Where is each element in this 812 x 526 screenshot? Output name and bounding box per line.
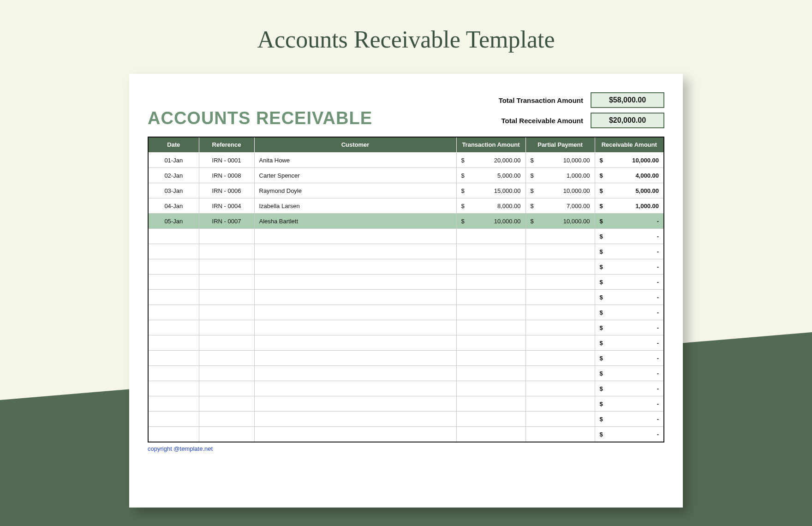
col-reference: Reference bbox=[199, 137, 254, 153]
table-row-empty: $- bbox=[148, 320, 664, 335]
money-cell bbox=[456, 412, 525, 427]
document-title: ACCOUNTS RECEIVABLE bbox=[148, 108, 472, 128]
money-cell bbox=[525, 396, 595, 412]
money-cell bbox=[456, 351, 525, 366]
empty-cell bbox=[199, 366, 254, 381]
money-cell bbox=[525, 290, 595, 305]
money-cell bbox=[456, 290, 525, 305]
empty-cell bbox=[254, 427, 456, 442]
money-cell bbox=[456, 259, 525, 275]
money-cell: $- bbox=[595, 214, 664, 229]
table-row: 03-JanIRN - 0006Raymond Doyle$15,000.00$… bbox=[148, 183, 664, 198]
empty-cell bbox=[148, 259, 199, 275]
money-cell: $10,000.00 bbox=[525, 183, 595, 198]
money-cell bbox=[456, 335, 525, 351]
money-cell: $- bbox=[595, 427, 664, 442]
total-receivable-label: Total Receivable Amount bbox=[482, 117, 583, 125]
cell-reference: IRN - 0007 bbox=[199, 214, 254, 229]
empty-cell bbox=[199, 412, 254, 427]
table-row: 05-JanIRN - 0007Alesha Bartlett$10,000.0… bbox=[148, 214, 664, 229]
empty-cell bbox=[148, 396, 199, 412]
cell-reference: IRN - 0001 bbox=[199, 153, 254, 168]
empty-cell bbox=[254, 335, 456, 351]
empty-cell bbox=[254, 396, 456, 412]
empty-cell bbox=[199, 275, 254, 290]
empty-cell bbox=[254, 275, 456, 290]
money-cell: $10,000.00 bbox=[456, 214, 525, 229]
cell-reference: IRN - 0008 bbox=[199, 168, 254, 183]
cell-date: 01-Jan bbox=[148, 153, 199, 168]
table-row: 04-JanIRN - 0004Izabella Larsen$8,000.00… bbox=[148, 198, 664, 214]
total-transaction-value: $58,000.00 bbox=[591, 92, 664, 108]
accounts-table: Date Reference Customer Transaction Amou… bbox=[148, 137, 664, 442]
empty-cell bbox=[148, 335, 199, 351]
money-cell bbox=[525, 259, 595, 275]
cell-customer: Izabella Larsen bbox=[254, 198, 456, 214]
money-cell: $4,000.00 bbox=[595, 168, 664, 183]
table-body: 01-JanIRN - 0001Anita Howe$20,000.00$10,… bbox=[148, 153, 664, 442]
money-cell bbox=[456, 381, 525, 396]
money-cell bbox=[525, 366, 595, 381]
cell-date: 04-Jan bbox=[148, 198, 199, 214]
empty-cell bbox=[148, 412, 199, 427]
total-receivable-row: Total Receivable Amount $20,000.00 bbox=[482, 113, 664, 128]
empty-cell bbox=[254, 366, 456, 381]
money-cell: $10,000.00 bbox=[525, 214, 595, 229]
money-cell: $- bbox=[595, 366, 664, 381]
table-row-empty: $- bbox=[148, 229, 664, 244]
totals: Total Transaction Amount $58,000.00 Tota… bbox=[482, 92, 664, 128]
money-cell: $1,000.00 bbox=[525, 168, 595, 183]
money-cell: $- bbox=[595, 244, 664, 259]
total-receivable-value: $20,000.00 bbox=[591, 113, 664, 128]
money-cell: $- bbox=[595, 305, 664, 320]
cell-reference: IRN - 0006 bbox=[199, 183, 254, 198]
money-cell: $10,000.00 bbox=[525, 153, 595, 168]
money-cell bbox=[456, 320, 525, 335]
empty-cell bbox=[254, 320, 456, 335]
table-row-empty: $- bbox=[148, 259, 664, 275]
empty-cell bbox=[148, 290, 199, 305]
money-cell bbox=[525, 275, 595, 290]
table-row-empty: $- bbox=[148, 381, 664, 396]
money-cell: $20,000.00 bbox=[456, 153, 525, 168]
money-cell: $10,000.00 bbox=[595, 153, 664, 168]
table-row-empty: $- bbox=[148, 351, 664, 366]
table-row-empty: $- bbox=[148, 290, 664, 305]
money-cell: $5,000.00 bbox=[595, 183, 664, 198]
cell-customer: Carter Spencer bbox=[254, 168, 456, 183]
empty-cell bbox=[199, 396, 254, 412]
money-cell: $5,000.00 bbox=[456, 168, 525, 183]
money-cell bbox=[456, 244, 525, 259]
money-cell bbox=[525, 335, 595, 351]
table-row: 02-JanIRN - 0008Carter Spencer$5,000.00$… bbox=[148, 168, 664, 183]
col-transaction: Transaction Amount bbox=[456, 137, 525, 153]
empty-cell bbox=[148, 320, 199, 335]
page-title: Accounts Receivable Template bbox=[0, 0, 812, 53]
empty-cell bbox=[199, 229, 254, 244]
empty-cell bbox=[254, 244, 456, 259]
money-cell: $- bbox=[595, 412, 664, 427]
total-transaction-row: Total Transaction Amount $58,000.00 bbox=[482, 92, 664, 108]
empty-cell bbox=[148, 275, 199, 290]
money-cell bbox=[525, 229, 595, 244]
col-partial: Partial Payment bbox=[525, 137, 595, 153]
cell-customer: Alesha Bartlett bbox=[254, 214, 456, 229]
money-cell: $- bbox=[595, 275, 664, 290]
money-cell: $7,000.00 bbox=[525, 198, 595, 214]
empty-cell bbox=[148, 305, 199, 320]
empty-cell bbox=[148, 427, 199, 442]
money-cell bbox=[456, 229, 525, 244]
money-cell: $- bbox=[595, 351, 664, 366]
money-cell bbox=[525, 351, 595, 366]
empty-cell bbox=[199, 305, 254, 320]
money-cell: $8,000.00 bbox=[456, 198, 525, 214]
money-cell: $- bbox=[595, 381, 664, 396]
money-cell bbox=[525, 244, 595, 259]
empty-cell bbox=[148, 244, 199, 259]
empty-cell bbox=[199, 290, 254, 305]
empty-cell bbox=[199, 259, 254, 275]
table-header: Date Reference Customer Transaction Amou… bbox=[148, 137, 664, 153]
col-date: Date bbox=[148, 137, 199, 153]
table-row-empty: $- bbox=[148, 305, 664, 320]
money-cell: $1,000.00 bbox=[595, 198, 664, 214]
